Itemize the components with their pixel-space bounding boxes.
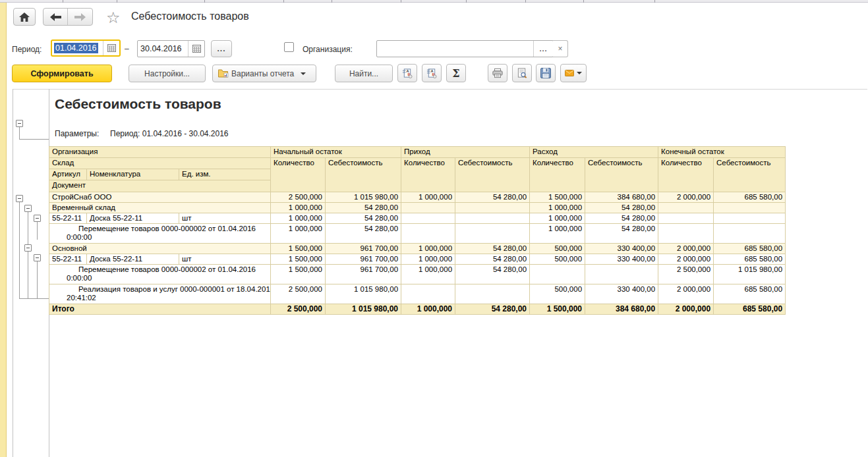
cell-value-2[interactable] (401, 224, 455, 244)
cell-value-2[interactable] (401, 203, 455, 213)
cell-value-6[interactable]: 2 000,000 (658, 192, 714, 203)
cell-value-7[interactable]: 1 015 980,00 (714, 265, 786, 284)
cell-value-5[interactable]: 54 280,00 (585, 224, 658, 244)
cell-value-3[interactable]: 54 280,00 (455, 265, 530, 284)
organization-checkbox[interactable] (284, 42, 294, 52)
cell-value-6[interactable] (658, 224, 714, 244)
cell-value-6[interactable]: 2 000,000 (658, 254, 714, 265)
cell-value-3[interactable]: 54 280,00 (455, 304, 530, 315)
cell-nomenclature[interactable]: Доска 55-22-11 (87, 254, 179, 265)
cell-value-4[interactable]: 500,000 (530, 284, 585, 304)
cell-value-0[interactable]: 1 000,000 (271, 203, 326, 213)
period-to-calendar-button[interactable] (188, 41, 204, 57)
cell-value-2[interactable]: 1 000,000 (401, 244, 455, 254)
cell-value-2[interactable]: 1 000,000 (401, 192, 455, 203)
cell-document[interactable]: Реализация товаров и услуг 0000-000001 о… (49, 284, 271, 304)
cell-value-5[interactable]: 54 280,00 (585, 203, 658, 213)
cell-value-5[interactable]: 330 400,00 (585, 254, 658, 265)
cell-value-0[interactable]: 2 500,000 (271, 192, 326, 203)
tree-expander-item-1[interactable] (34, 215, 41, 222)
favorite-star-icon[interactable]: ☆ (106, 9, 121, 27)
cell-article[interactable]: 55-22-11 (49, 213, 87, 224)
cell-value-0[interactable]: 1 000,000 (271, 213, 326, 224)
cell-unit[interactable]: шт (179, 254, 271, 265)
cell-value-2[interactable]: 1 000,000 (401, 265, 455, 284)
period-to-field[interactable]: 30.04.2016 (137, 40, 205, 57)
tree-expander-report[interactable] (16, 120, 23, 127)
organization-more-button[interactable]: ... (533, 41, 553, 57)
cell-value-4[interactable]: 1 500,000 (530, 304, 585, 315)
cell-value-4[interactable]: 500,000 (530, 254, 585, 265)
cell-value-1[interactable]: 54 280,00 (326, 203, 401, 213)
cell-value-4[interactable]: 500,000 (530, 244, 585, 254)
cell-value-2[interactable] (401, 284, 455, 304)
row-label[interactable]: Временный склад (49, 203, 271, 213)
expand-groupings-button[interactable]: A B (397, 64, 417, 82)
generate-report-button[interactable]: Сформировать (12, 65, 112, 82)
cell-value-7[interactable] (714, 224, 786, 244)
cell-value-7[interactable]: 685 580,00 (714, 192, 786, 203)
cell-value-1[interactable]: 961 700,00 (326, 254, 401, 265)
cell-value-1[interactable]: 1 015 980,00 (326, 284, 401, 304)
back-button[interactable] (43, 9, 68, 25)
cell-value-5[interactable]: 54 280,00 (585, 213, 658, 224)
cell-value-3[interactable] (455, 213, 530, 224)
cell-value-4[interactable]: 1 500,000 (530, 192, 585, 203)
cell-value-3[interactable] (455, 224, 530, 244)
period-from-calendar-button[interactable] (103, 41, 119, 55)
cell-value-5[interactable]: 384 680,00 (585, 304, 658, 315)
cell-value-3[interactable] (455, 203, 530, 213)
cell-value-7[interactable]: 685 580,00 (714, 244, 786, 254)
send-email-button[interactable] (560, 64, 587, 82)
tree-expander-item-2[interactable] (34, 254, 41, 261)
cell-value-0[interactable]: 2 500,000 (271, 284, 326, 304)
print-button[interactable] (488, 64, 507, 82)
cell-value-1[interactable]: 961 700,00 (326, 244, 401, 254)
row-label[interactable]: Основной (49, 244, 271, 254)
tree-expander-org[interactable] (16, 195, 23, 202)
cell-value-5[interactable]: 384 680,00 (585, 192, 658, 203)
print-preview-button[interactable] (512, 64, 532, 82)
cell-value-0[interactable]: 2 500,000 (271, 304, 326, 315)
report-variants-button[interactable]: Варианты отчета (212, 65, 316, 82)
period-from-field[interactable]: 01.04.2016 (51, 40, 121, 57)
cell-value-0[interactable]: 1 000,000 (271, 224, 326, 244)
cell-value-2[interactable]: 1 000,000 (401, 304, 455, 315)
cell-value-4[interactable] (530, 265, 585, 284)
cell-value-6[interactable]: 2 000,000 (658, 244, 714, 254)
forward-button[interactable] (68, 9, 92, 25)
save-button[interactable] (536, 64, 556, 82)
cell-value-1[interactable]: 1 015 980,00 (326, 192, 401, 203)
period-more-button[interactable]: ... (211, 40, 232, 57)
tree-expander-warehouse-2[interactable] (24, 244, 32, 252)
cell-value-5[interactable] (585, 265, 658, 284)
cell-article[interactable]: 55-22-11 (49, 254, 87, 265)
cell-value-0[interactable]: 1 500,000 (271, 254, 326, 265)
organization-field[interactable]: ... (376, 40, 554, 57)
cell-unit[interactable]: шт (179, 213, 271, 224)
cell-value-4[interactable]: 1 000,000 (530, 224, 585, 244)
cell-value-4[interactable]: 1 000,000 (530, 213, 585, 224)
cell-value-3[interactable]: 54 280,00 (455, 192, 530, 203)
cell-value-6[interactable]: 2 000,000 (658, 284, 714, 304)
organization-clear-button[interactable]: × (553, 40, 568, 57)
cell-value-3[interactable] (455, 284, 530, 304)
cell-document[interactable]: Перемещение товаров 0000-000002 от 01.04… (49, 265, 271, 284)
cell-value-6[interactable] (658, 203, 714, 213)
tree-expander-warehouse-1[interactable] (24, 205, 32, 212)
cell-value-7[interactable] (714, 213, 786, 224)
cell-nomenclature[interactable]: Доска 55-22-11 (87, 213, 179, 224)
cell-value-2[interactable]: 1 000,000 (401, 254, 455, 265)
cell-value-3[interactable]: 54 280,00 (455, 244, 530, 254)
totals-button[interactable]: Σ (446, 64, 466, 82)
cell-value-1[interactable]: 54 280,00 (326, 224, 401, 244)
cell-value-7[interactable]: 685 580,00 (714, 284, 786, 304)
cell-value-0[interactable]: 1 500,000 (271, 244, 326, 254)
cell-value-1[interactable]: 961 700,00 (326, 265, 401, 284)
home-button[interactable] (13, 8, 36, 26)
cell-value-6[interactable]: 2 500,000 (658, 265, 714, 284)
cell-value-0[interactable]: 1 500,000 (271, 265, 326, 284)
cell-value-1[interactable]: 1 015 980,00 (326, 304, 401, 315)
cell-value-7[interactable] (714, 203, 786, 213)
cell-value-4[interactable]: 1 000,000 (530, 203, 585, 213)
